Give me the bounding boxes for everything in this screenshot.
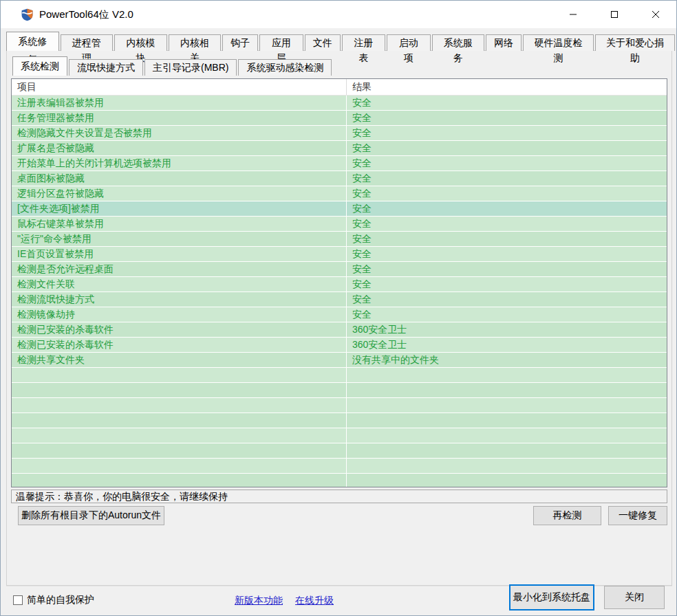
item-cell [12, 398, 347, 412]
item-cell: 开始菜单上的关闭计算机选项被禁用 [12, 156, 347, 170]
table-row[interactable] [12, 459, 667, 474]
main-tab-label: 文件 [313, 37, 332, 48]
close-app-button[interactable]: 关闭 [604, 586, 665, 609]
main-tab[interactable]: 钩子 [222, 34, 258, 51]
table-row[interactable] [12, 443, 667, 459]
sub-tab-label: 流氓快捷方式 [77, 62, 135, 73]
sub-tab-bar: 系统检测 流氓快捷方式 主引导记录(MBR) 系统驱动感染检测 [12, 56, 333, 76]
result-cell: 没有共享中的文件夹 [347, 353, 667, 367]
item-cell: 鼠标右键菜单被禁用 [12, 217, 347, 231]
minimize-button[interactable] [552, 1, 594, 28]
sub-tab[interactable]: 流氓快捷方式 [69, 59, 143, 76]
sub-tab[interactable]: 主引导记录(MBR) [144, 59, 237, 76]
table-row[interactable]: 检测镜像劫持 安全 [12, 307, 667, 322]
self-protect-label: 简单的自我保护 [27, 594, 94, 606]
result-cell: 安全 [347, 277, 667, 292]
table-row[interactable]: 检测隐藏文件夹设置是否被禁用 安全 [12, 126, 667, 141]
item-cell: 逻辑分区盘符被隐藏 [12, 186, 347, 201]
window-title: PowerTool64位 V2.0 [39, 8, 133, 21]
tip-box: 温馨提示：恭喜你，你的电脑很安全，请继续保持 [11, 490, 667, 503]
result-cell [347, 368, 667, 382]
self-protect-checkbox-row[interactable]: 简单的自我保护 [13, 594, 94, 606]
table-row[interactable] [12, 383, 667, 398]
table-row[interactable]: 检测共享文件夹 没有共享中的文件夹 [12, 353, 667, 368]
item-cell: 检测镜像劫持 [12, 307, 347, 322]
result-cell [347, 459, 667, 473]
table-row[interactable] [12, 413, 667, 428]
item-cell [12, 413, 347, 428]
result-cell: 安全 [347, 262, 667, 276]
close-button[interactable] [635, 1, 676, 28]
system-repair-page: 系统检测 流氓快捷方式 主引导记录(MBR) 系统驱动感染检测 项目 结果 注册… [6, 50, 672, 586]
maximize-button[interactable] [594, 1, 635, 28]
sub-tab[interactable]: 系统驱动感染检测 [238, 59, 332, 76]
column-header-result[interactable]: 结果 [347, 79, 667, 95]
window-controls [552, 1, 676, 28]
main-tab[interactable]: 硬件温度检测 [523, 34, 594, 51]
sub-tab[interactable]: 系统检测 [12, 56, 67, 76]
one-click-fix-button[interactable]: 一键修复 [608, 506, 667, 525]
tip-text: 温馨提示：恭喜你，你的电脑很安全，请继续保持 [16, 491, 228, 502]
table-row[interactable]: 检测是否允许远程桌面 安全 [12, 262, 667, 277]
item-cell [12, 459, 347, 473]
online-upgrade-link[interactable]: 在线升级 [295, 595, 334, 607]
result-cell: 安全 [347, 201, 667, 216]
main-tab[interactable]: 系统修复 [6, 32, 59, 51]
result-cell: 安全 [347, 307, 667, 322]
table-row[interactable] [12, 398, 667, 413]
main-tab[interactable]: 内核相关 [169, 34, 222, 51]
main-tab[interactable]: 系统服务 [432, 34, 485, 51]
main-tab[interactable]: 进程管理 [61, 34, 114, 51]
table-row[interactable]: 开始菜单上的关闭计算机选项被禁用 安全 [12, 156, 667, 171]
item-cell: 检测已安装的杀毒软件 [12, 338, 347, 352]
table-row[interactable]: 任务管理器被禁用 安全 [12, 111, 667, 126]
result-cell: 安全 [347, 292, 667, 307]
item-cell: 桌面图标被隐藏 [12, 171, 347, 186]
item-cell: 检测已安装的杀毒软件 [12, 322, 347, 337]
main-tab[interactable]: 文件 [305, 34, 341, 51]
recheck-button[interactable]: 再检测 [533, 506, 601, 525]
main-tab[interactable]: 应用层 [259, 34, 303, 51]
result-cell: 360安全卫士 [347, 322, 667, 337]
table-row[interactable] [12, 474, 667, 487]
table-row[interactable]: "运行"命令被禁用 安全 [12, 232, 667, 247]
result-cell [347, 398, 667, 412]
table-row[interactable]: 扩展名是否被隐藏 安全 [12, 141, 667, 156]
table-row[interactable]: 检测已安装的杀毒软件 360安全卫士 [12, 338, 667, 353]
item-cell: 检测共享文件夹 [12, 353, 347, 367]
table-row[interactable] [12, 368, 667, 383]
result-cell: 安全 [347, 156, 667, 170]
main-tab[interactable]: 关于和爱心捐助 [595, 34, 675, 51]
main-tab-label: 网络 [494, 37, 513, 48]
table-row[interactable]: 检测已安装的杀毒软件 360安全卫士 [12, 322, 667, 338]
main-tab[interactable]: 注册表 [342, 34, 385, 51]
result-cell [347, 474, 667, 487]
column-header-item[interactable]: 项目 [12, 79, 347, 95]
table-row[interactable]: [文件夹选项]被禁用 安全 [12, 201, 667, 217]
table-row[interactable]: 检测文件关联 安全 [12, 277, 667, 292]
self-protect-checkbox[interactable] [13, 595, 23, 605]
table-row[interactable]: 桌面图标被隐藏 安全 [12, 171, 667, 186]
delete-autorun-button[interactable]: 删除所有根目录下的Autorun文件 [18, 506, 164, 525]
item-cell: 检测文件关联 [12, 277, 347, 292]
main-tab[interactable]: 启动项 [387, 34, 430, 51]
item-cell: 检测流氓快捷方式 [12, 292, 347, 307]
detection-results-table: 项目 结果 注册表编辑器被禁用 安全 任务管理器被禁用 安全 检测隐藏文件夹设置… [11, 78, 667, 487]
app-logo-icon [21, 8, 34, 21]
table-row[interactable]: 检测流氓快捷方式 安全 [12, 292, 667, 307]
minimize-to-tray-button[interactable]: 最小化到系统托盘 [509, 584, 594, 610]
main-tab[interactable]: 网络 [486, 34, 522, 51]
item-cell: [文件夹选项]被禁用 [12, 201, 347, 216]
item-cell: 检测隐藏文件夹设置是否被禁用 [12, 126, 347, 140]
table-row[interactable]: IE首页设置被禁用 安全 [12, 247, 667, 262]
result-cell: 安全 [347, 96, 667, 110]
result-cell [347, 428, 667, 443]
table-row[interactable] [12, 428, 667, 443]
app-window: PowerTool64位 V2.0 系统修复 进程管理 内核模块 内核相关 [0, 0, 677, 616]
table-row[interactable]: 鼠标右键菜单被禁用 安全 [12, 217, 667, 232]
new-version-features-link[interactable]: 新版本功能 [235, 595, 283, 607]
table-row[interactable]: 逻辑分区盘符被隐藏 安全 [12, 186, 667, 201]
item-cell [12, 368, 347, 382]
main-tab[interactable]: 内核模块 [114, 34, 167, 51]
table-row[interactable]: 注册表编辑器被禁用 安全 [12, 96, 667, 111]
